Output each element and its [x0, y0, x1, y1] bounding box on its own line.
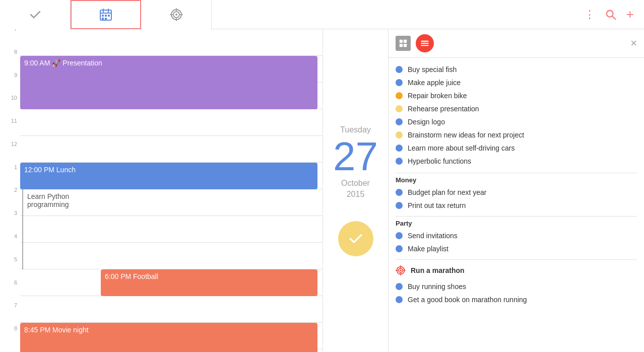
time-slot-11: 11	[0, 121, 20, 145]
todo-menu-icon[interactable]	[416, 34, 434, 52]
todo-item-text: Buy running shoes	[408, 283, 466, 291]
todo-panel: × Buy special fish Make apple juice Repa…	[389, 29, 644, 352]
list-item[interactable]: Make playlist	[396, 242, 637, 255]
event-presentation[interactable]: 9:00 AM 🚀 Presentation	[20, 56, 317, 109]
event-football[interactable]: 6:00 PM Football	[101, 269, 317, 296]
list-item[interactable]: Rehearse presentation	[396, 102, 637, 115]
todo-dot	[396, 245, 403, 252]
add-button[interactable]: +	[626, 7, 634, 22]
list-item[interactable]: Print out tax return	[396, 199, 637, 212]
todo-close-button[interactable]: ×	[630, 37, 637, 50]
event-football-label: 6:00 PM Football	[105, 272, 158, 280]
goal-label: Run a marathon	[411, 266, 465, 274]
svg-rect-19	[404, 40, 407, 43]
time-slot-12: 12	[0, 145, 20, 168]
todo-dot	[396, 296, 403, 303]
svg-rect-18	[400, 40, 403, 43]
todo-dot	[396, 66, 403, 73]
time-slot-10: 10	[0, 98, 20, 121]
list-item[interactable]: Repair broken bike	[396, 89, 637, 102]
todo-dot	[396, 232, 403, 239]
category-divider: Run a marathon	[396, 259, 637, 280]
main-content: 7 8 9 10 11 12 1 2 3 4 5 6 7 8	[0, 29, 644, 352]
todo-item-text: Send invitations	[408, 232, 458, 240]
list-item[interactable]: Learn more about self-driving cars	[396, 142, 637, 155]
events-overlay: 9:00 AM 🚀 Presentation 12:00 PM Lunch Le…	[20, 29, 323, 352]
todo-item-text: Make apple juice	[408, 79, 461, 87]
category-money: Money Budget plan for next year Print ou…	[389, 170, 644, 213]
event-python[interactable]: Learn Pythonprogramming	[22, 189, 317, 269]
todo-list: Buy special fish Make apple juice Repair…	[389, 58, 644, 352]
goal-item[interactable]: Run a marathon	[396, 263, 637, 278]
todo-item-text: Repair broken bike	[408, 92, 467, 100]
list-item[interactable]: Budget plan for next year	[396, 186, 637, 199]
todo-item-text: Brainstorm new ideas for next project	[408, 131, 524, 139]
list-item[interactable]: Make apple juice	[396, 76, 637, 89]
search-button[interactable]	[605, 9, 616, 20]
todo-item-text: Design logo	[408, 118, 445, 126]
list-item[interactable]: Buy running shoes	[396, 280, 637, 293]
time-slot-9: 9	[0, 76, 20, 99]
toolbar-left	[0, 0, 584, 29]
svg-line-17	[612, 16, 615, 19]
todo-dot	[396, 118, 403, 125]
events-grid: 9:00 AM 🚀 Presentation 12:00 PM Lunch Le…	[20, 29, 323, 352]
time-column: 7 8 9 10 11 12 1 2 3 4 5 6 7 8	[0, 29, 20, 352]
todo-dot	[396, 158, 403, 165]
target-button[interactable]	[141, 0, 212, 29]
todo-item-text: Print out tax return	[408, 201, 466, 209]
event-lunch-label: 12:00 PM Lunch	[24, 166, 76, 174]
time-slot-1: 1	[0, 168, 20, 191]
goal-target-icon	[396, 265, 406, 275]
event-movie[interactable]: 8:45 PM Movie night	[20, 323, 317, 352]
event-movie-label: 8:45 PM Movie night	[24, 326, 89, 334]
svg-point-11	[175, 14, 177, 16]
date-day-name: Tuesday	[340, 125, 371, 134]
list-item[interactable]: Brainstorm new ideas for next project	[396, 128, 637, 142]
toolbar-right: ⋮ +	[584, 7, 644, 22]
list-item[interactable]: Design logo	[396, 115, 637, 128]
todo-header: ×	[389, 29, 644, 58]
event-lunch[interactable]: 12:00 PM Lunch	[20, 163, 317, 189]
time-slot-7pm: 7	[0, 306, 20, 329]
date-checkmark[interactable]	[338, 221, 373, 256]
todo-item-text: Hyperbolic functions	[408, 157, 471, 165]
svg-rect-7	[102, 18, 104, 20]
time-slot-5: 5	[0, 260, 20, 283]
more-button[interactable]: ⋮	[584, 8, 595, 21]
list-item[interactable]: Buy special fish	[396, 63, 637, 76]
category-party-label: Party	[396, 216, 637, 229]
category-party: Party Send invitations Make playlist	[389, 213, 644, 256]
event-presentation-label: 9:00 AM 🚀 Presentation	[24, 59, 102, 67]
event-python-label: Learn Pythonprogramming	[27, 192, 69, 208]
svg-rect-20	[400, 44, 403, 47]
todo-dot	[396, 202, 403, 209]
time-slot-8: 8	[0, 52, 20, 76]
calendar-button[interactable]	[71, 0, 141, 29]
svg-rect-21	[404, 44, 407, 47]
todo-item-text: Rehearse presentation	[408, 105, 479, 113]
category-money-label: Money	[396, 173, 637, 186]
svg-rect-6	[108, 15, 110, 17]
list-item[interactable]: Hyperbolic functions	[396, 155, 637, 168]
todo-dot	[396, 189, 403, 196]
time-slot-7: 7	[0, 29, 20, 52]
todo-dot	[396, 131, 403, 138]
time-slot-3: 3	[0, 214, 20, 237]
todo-dot	[396, 283, 403, 290]
time-slot-6pm: 6	[0, 283, 20, 306]
date-section: Tuesday 27 October 2015	[323, 29, 388, 352]
date-number: 27	[333, 136, 378, 177]
goal-marathon: Run a marathon Buy running shoes Get a g…	[389, 256, 644, 307]
svg-rect-5	[105, 15, 107, 17]
list-item[interactable]: Get a good book on marathon running	[396, 293, 637, 306]
toolbar: ⋮ +	[0, 0, 644, 29]
check-button[interactable]	[0, 0, 71, 29]
time-slot-8pm: 8	[0, 329, 20, 352]
todo-dot	[396, 79, 403, 86]
time-slot-2: 2	[0, 190, 20, 214]
todo-grid-icon	[396, 36, 411, 51]
todo-item-text: Learn more about self-driving cars	[408, 144, 514, 152]
list-item[interactable]: Send invitations	[396, 229, 637, 242]
svg-point-27	[400, 269, 401, 271]
